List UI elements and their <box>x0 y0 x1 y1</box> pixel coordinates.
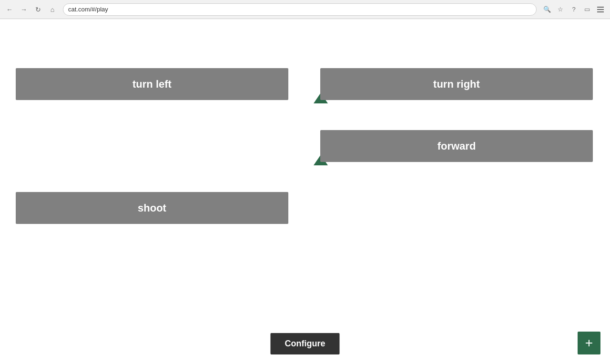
turn-left-label: turn left <box>132 78 172 91</box>
configure-label: Configure <box>285 339 325 348</box>
help-icon[interactable]: ? <box>568 4 580 15</box>
shoot-label: shoot <box>138 202 166 214</box>
forward-button[interactable]: → <box>18 4 30 15</box>
bookmark-icon[interactable]: ☆ <box>555 4 566 15</box>
browser-chrome: ← → ↻ ⌂ cat.com/#/play 🔍 ☆ ? ▭ <box>0 0 610 19</box>
plus-button[interactable]: + <box>578 332 600 354</box>
configure-button[interactable]: Configure <box>271 333 340 354</box>
plus-label: + <box>585 335 593 351</box>
turn-left-block[interactable]: turn left <box>16 68 288 100</box>
forward-block[interactable]: forward <box>320 130 593 162</box>
browser-actions: 🔍 ☆ ? ▭ <box>541 4 606 15</box>
reload-button[interactable]: ↻ <box>32 4 44 15</box>
cast-icon[interactable]: ▭ <box>581 4 593 15</box>
back-button[interactable]: ← <box>4 4 15 15</box>
address-bar[interactable]: cat.com/#/play <box>63 3 537 16</box>
menu-icon[interactable] <box>595 4 606 15</box>
search-icon[interactable]: 🔍 <box>541 4 553 15</box>
home-button[interactable]: ⌂ <box>47 4 58 15</box>
turn-right-label: turn right <box>433 78 480 91</box>
menu-lines-icon <box>597 7 604 12</box>
turn-right-block[interactable]: turn right <box>320 68 593 100</box>
shoot-block[interactable]: shoot <box>16 192 288 224</box>
main-content: turn left turn right forward shoot Confi… <box>0 19 610 364</box>
forward-label: forward <box>437 140 476 152</box>
url-text: cat.com/#/play <box>68 6 108 13</box>
